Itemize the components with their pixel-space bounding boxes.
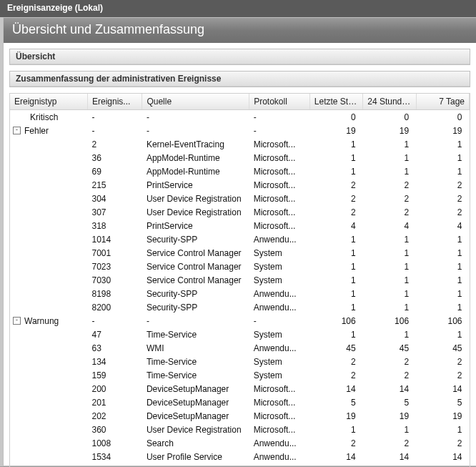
cell-7d: 14: [416, 382, 469, 395]
cell-7d: 106: [416, 314, 469, 328]
cell-last-hour: 14: [309, 382, 362, 395]
cell-event-type: [10, 205, 87, 219]
cell-last-hour: 1: [309, 164, 362, 178]
cell-7d: 1: [416, 423, 469, 436]
table-row[interactable]: Kritisch---000: [10, 110, 470, 124]
table-row[interactable]: 1008SearchAnwendu...222: [10, 436, 470, 450]
cell-event-id: 304: [87, 192, 142, 205]
cell-event-id: -: [87, 314, 142, 328]
cell-last-hour: 4: [309, 219, 362, 232]
cell-24h: 2: [363, 355, 416, 368]
cell-24h: 2: [363, 436, 416, 450]
cell-last-hour: 1: [309, 273, 362, 287]
cell-last-hour: 1: [309, 300, 362, 314]
table-row[interactable]: 47Time-ServiceSystem111: [10, 328, 470, 341]
cell-source: AppModel-Runtime: [142, 151, 249, 164]
table-row[interactable]: 200DeviceSetupManagerMicrosoft...141414: [10, 382, 470, 395]
col-source[interactable]: Quelle: [142, 94, 249, 110]
table-row[interactable]: 202DeviceSetupManagerMicrosoft...191919: [10, 409, 470, 423]
overview-section-header[interactable]: Übersicht: [10, 49, 470, 64]
summary-section-header[interactable]: Zusammenfassung der administrativen Erei…: [10, 72, 470, 87]
col-event-id[interactable]: Ereignis...: [87, 94, 142, 110]
table-row[interactable]: -Fehler---191919: [10, 124, 470, 137]
cell-event-type: [10, 273, 87, 287]
cell-protocol: Microsoft...: [249, 205, 310, 219]
collapse-icon[interactable]: -: [13, 127, 21, 134]
col-protocol[interactable]: Protokoll: [249, 94, 310, 110]
table-row[interactable]: 318PrintServiceMicrosoft...444: [10, 219, 470, 232]
cell-protocol: Anwendu...: [249, 450, 310, 463]
cell-last-hour: 1: [309, 260, 362, 273]
cell-source: Security-SPP: [142, 300, 249, 314]
column-header-row: Ereignistyp Ereignis... Quelle Protokoll…: [10, 94, 470, 110]
cell-7d: 1: [416, 164, 469, 178]
cell-event-type: [10, 368, 87, 382]
table-row[interactable]: 1534User Profile ServiceAnwendu...141414: [10, 450, 470, 463]
table-row[interactable]: 1014Security-SPPAnwendu...111: [10, 232, 470, 246]
col-event-type[interactable]: Ereignistyp: [10, 94, 87, 110]
cell-24h: 2: [363, 192, 416, 205]
cell-protocol: Anwendu...: [249, 287, 310, 300]
cell-7d: 1: [416, 260, 469, 273]
table-row[interactable]: 63WMIAnwendu...454545: [10, 341, 470, 355]
cell-event-type: [10, 151, 87, 164]
cell-last-hour: 1: [309, 137, 362, 151]
table-row[interactable]: 69AppModel-RuntimeMicrosoft...111: [10, 164, 470, 178]
cell-last-hour: 5: [309, 395, 362, 409]
cell-event-id: 47: [87, 328, 142, 341]
cell-event-type: Kritisch: [10, 110, 87, 124]
cell-7d: 1: [416, 232, 469, 246]
table-row[interactable]: 360User Device RegistrationMicrosoft...1…: [10, 423, 470, 436]
cell-24h: 5: [363, 395, 416, 409]
cell-24h: 1: [363, 287, 416, 300]
cell-7d: 1: [416, 300, 469, 314]
cell-source: Security-SPP: [142, 287, 249, 300]
table-row[interactable]: 7023Service Control ManagerSystem111: [10, 260, 470, 273]
cell-source: Time-Service: [142, 368, 249, 382]
cell-24h: 2: [363, 178, 416, 192]
cell-event-type: [10, 260, 87, 273]
cell-protocol: Microsoft...: [249, 409, 310, 423]
table-row[interactable]: 307User Device RegistrationMicrosoft...2…: [10, 205, 470, 219]
cell-event-type: [10, 423, 87, 436]
cell-event-id: 215: [87, 178, 142, 192]
table-row[interactable]: 7001Service Control ManagerSystem111: [10, 246, 470, 260]
cell-24h: 14: [363, 382, 416, 395]
cell-protocol: -: [249, 110, 310, 124]
cell-source: Time-Service: [142, 355, 249, 368]
overview-section: Übersicht: [9, 49, 470, 65]
table-row[interactable]: 2Kernel-EventTracingMicrosoft...111: [10, 137, 470, 151]
table-row[interactable]: 304User Device RegistrationMicrosoft...2…: [10, 192, 470, 205]
col-24h[interactable]: 24 Stunden: [363, 94, 416, 110]
cell-source: Search: [142, 436, 249, 450]
table-row[interactable]: 215PrintServiceMicrosoft...222: [10, 178, 470, 192]
table-row[interactable]: 8198Security-SPPAnwendu...111: [10, 287, 470, 300]
table-row[interactable]: 201DeviceSetupManagerMicrosoft...555: [10, 395, 470, 409]
cell-protocol: System: [249, 246, 310, 260]
table-row[interactable]: -Warnung---106106106: [10, 314, 470, 328]
table-row[interactable]: 159Time-ServiceSystem222: [10, 368, 470, 382]
collapse-icon[interactable]: -: [13, 317, 21, 325]
col-last-hour[interactable]: Letzte Stu...: [309, 94, 362, 110]
table-row[interactable]: 7030Service Control ManagerSystem111: [10, 273, 470, 287]
cell-24h: 1: [363, 164, 416, 178]
cell-event-type: [10, 246, 87, 260]
cell-event-id: 36: [87, 151, 142, 164]
cell-last-hour: 106: [309, 314, 362, 328]
table-row[interactable]: 36AppModel-RuntimeMicrosoft...111: [10, 151, 470, 164]
cell-24h: 2: [363, 368, 416, 382]
cell-event-type: [10, 300, 87, 314]
col-7d[interactable]: 7 Tage: [416, 94, 469, 110]
cell-24h: 1: [363, 246, 416, 260]
cell-event-id: 1008: [87, 436, 142, 450]
table-row[interactable]: 134Time-ServiceSystem222: [10, 355, 470, 368]
cell-source: -: [142, 110, 249, 124]
table-row[interactable]: 8200Security-SPPAnwendu...111: [10, 300, 470, 314]
cell-24h: 19: [363, 124, 416, 137]
events-grid: Ereignistyp Ereignis... Quelle Protokoll…: [9, 93, 470, 467]
cell-7d: 2: [416, 178, 469, 192]
cell-event-type: -Warnung: [10, 314, 87, 328]
cell-24h: 1: [363, 423, 416, 436]
cell-last-hour: 2: [309, 368, 362, 382]
cell-source: User Device Registration: [142, 423, 249, 436]
